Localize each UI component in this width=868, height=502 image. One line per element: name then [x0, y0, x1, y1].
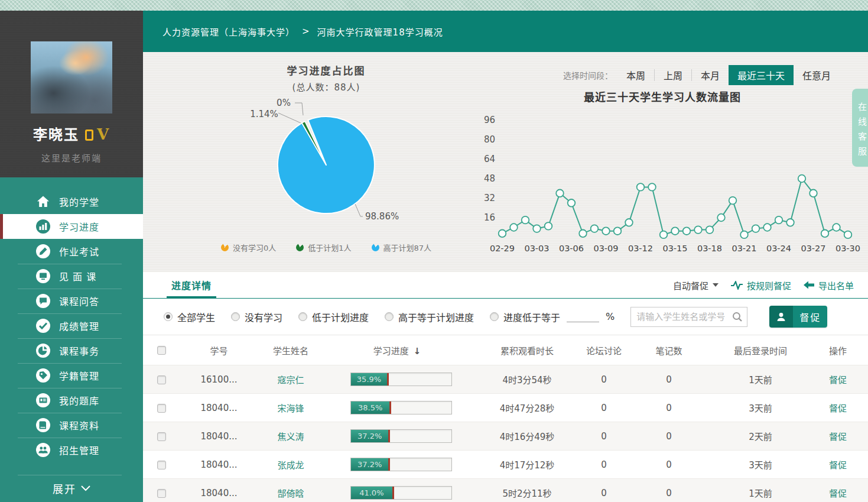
pie-legend-label: 低于计划1人 [308, 242, 351, 253]
sidebar-item[interactable]: 课程问答 [0, 289, 143, 313]
svg-text:16: 16 [484, 212, 495, 223]
remind-by-rule-button[interactable]: 按规则督促 [730, 279, 791, 292]
filter-radio[interactable]: 进度低于等于% [490, 310, 615, 324]
forum-count: 0 [583, 374, 625, 385]
pie-icon [35, 343, 51, 358]
time-filter-option[interactable]: 本月 [692, 65, 729, 85]
line-chart-title: 最近三十天学生学习人数流量图 [584, 89, 741, 104]
card-icon [35, 393, 51, 408]
search-icon[interactable] [732, 312, 743, 322]
sidebar-item[interactable]: 学籍管理 [0, 363, 143, 388]
pie-legend-item: 低于计划1人 [296, 242, 351, 253]
notes-count: 0 [625, 374, 713, 385]
main-area: 人力资源管理（上海海事大学） > 河南大学行政管理18学习概况 学习进度占比图 … [143, 11, 868, 502]
filter-radio[interactable]: 全部学生 [164, 310, 215, 324]
row-checkbox[interactable] [157, 375, 166, 384]
progress-fill: 37.2% [351, 430, 388, 442]
remind-link[interactable]: 督促 [829, 432, 847, 442]
time-filter-option[interactable]: 本周 [617, 65, 654, 85]
tag-icon [35, 368, 51, 383]
sidebar-item[interactable]: 课程资料 [0, 413, 143, 438]
remind-link[interactable]: 督促 [829, 460, 847, 471]
notes-count: 0 [625, 488, 713, 498]
time-filter-option[interactable]: 最近三十天 [729, 65, 794, 85]
tab-row: 进度详情 自动督促 按规则督促 导出名单 [143, 272, 868, 299]
progress-cell: 37.2% [323, 429, 471, 443]
svg-text:03-21: 03-21 [732, 244, 756, 253]
watch-time: 4时3分54秒 [471, 373, 583, 386]
pulse-icon [730, 281, 743, 290]
progress-marker [387, 373, 389, 386]
select-all-checkbox[interactable] [157, 346, 166, 355]
filter-row: 全部学生没有学习低于计划进度高于等于计划进度进度低于等于% 督促 [143, 299, 868, 335]
progress-bar: 37.2% [350, 458, 452, 471]
remind-link[interactable]: 督促 [829, 375, 847, 386]
remind-link[interactable]: 督促 [829, 488, 847, 499]
student-name-link[interactable]: 焦义涛 [258, 430, 323, 442]
book-icon [35, 417, 51, 433]
svg-text:32: 32 [484, 193, 495, 203]
expand-button[interactable]: 展开 [0, 475, 143, 502]
svg-text:96: 96 [484, 115, 495, 125]
avatar[interactable] [31, 41, 112, 114]
col-progress[interactable]: 学习进度↓ [323, 344, 471, 357]
sidebar-item[interactable]: 招生管理 [0, 438, 143, 462]
user-subtitle: 这里是老师端 [0, 151, 143, 164]
table-actions: 自动督促 按规则督促 导出名单 [673, 279, 854, 292]
sidebar-item[interactable]: 我的学堂 [0, 189, 143, 214]
breadcrumb-course[interactable]: 人力资源管理（上海海事大学） [162, 25, 295, 38]
tab-progress-detail[interactable]: 进度详情 [171, 272, 212, 298]
notes-count: 0 [625, 403, 713, 413]
svg-text:02-29: 02-29 [490, 244, 515, 253]
export-list-button[interactable]: 导出名单 [803, 279, 854, 292]
user-profile: 李晓玉V 这里是老师端 [0, 11, 143, 177]
remind-button[interactable]: 督促 [769, 306, 827, 328]
sidebar-item[interactable]: 见 面 课 [0, 264, 143, 289]
row-checkbox[interactable] [157, 461, 166, 469]
auto-remind-dropdown[interactable]: 自动督促 [673, 279, 719, 292]
filter-radio[interactable]: 低于计划进度 [298, 310, 369, 324]
progress-fill: 37.2% [351, 458, 388, 471]
sidebar-item-label: 课程事务 [59, 344, 99, 358]
time-filter-option[interactable]: 上周 [655, 65, 691, 85]
sidebar-item[interactable]: 学习进度 [0, 214, 143, 239]
sidebar-item[interactable]: 作业考试 [0, 239, 143, 264]
remind-link[interactable]: 督促 [829, 403, 847, 414]
forum-count: 0 [583, 403, 625, 413]
row-checkbox[interactable] [157, 404, 166, 413]
search-input[interactable] [636, 312, 732, 322]
chat-icon [35, 293, 51, 309]
progress-bar: 37.2% [350, 429, 452, 443]
svg-text:98.86%: 98.86% [365, 211, 399, 222]
progress-cell: 41.0% [323, 486, 471, 500]
pie-chart-title: 学习进度占比图 [173, 63, 480, 77]
percent-threshold-input[interactable] [567, 312, 599, 322]
filter-label: 进度低于等于 [503, 310, 560, 324]
watch-time: 4时47分28秒 [471, 401, 583, 414]
user-name-row: 李晓玉V [0, 123, 143, 144]
student-name-link[interactable]: 宋海锋 [258, 401, 323, 414]
col-student-id: 学号 [180, 344, 258, 357]
student-id: 18040... [180, 403, 258, 413]
forum-count: 0 [583, 488, 625, 498]
online-service-tab[interactable]: 在线客服 [852, 89, 868, 167]
student-name-link[interactable]: 寇宗仁 [258, 373, 323, 386]
filter-radio[interactable]: 没有学习 [231, 310, 282, 324]
sidebar-item[interactable]: 成绩管理 [0, 313, 143, 338]
student-name-link[interactable]: 郜倚晗 [258, 487, 323, 499]
sidebar-item-label: 作业考试 [59, 244, 99, 258]
sort-desc-icon[interactable]: ↓ [414, 346, 421, 357]
student-name-link[interactable]: 张成龙 [258, 458, 323, 471]
time-filter-option[interactable]: 任意月 [794, 65, 840, 85]
row-checkbox[interactable] [157, 432, 166, 441]
progress-fill: 38.5% [351, 401, 389, 414]
svg-text:03-12: 03-12 [628, 244, 653, 253]
row-checkbox[interactable] [157, 489, 166, 498]
sidebar-item[interactable]: 课程事务 [0, 338, 143, 363]
col-notes: 笔记数 [625, 344, 713, 357]
sidebar-item[interactable]: 我的题库 [0, 388, 143, 413]
watch-time: 4时16分49秒 [471, 430, 583, 442]
filter-radio[interactable]: 高于等于计划进度 [385, 310, 474, 324]
sidebar-item-label: 学习进度 [59, 219, 99, 234]
forum-count: 0 [583, 431, 625, 442]
